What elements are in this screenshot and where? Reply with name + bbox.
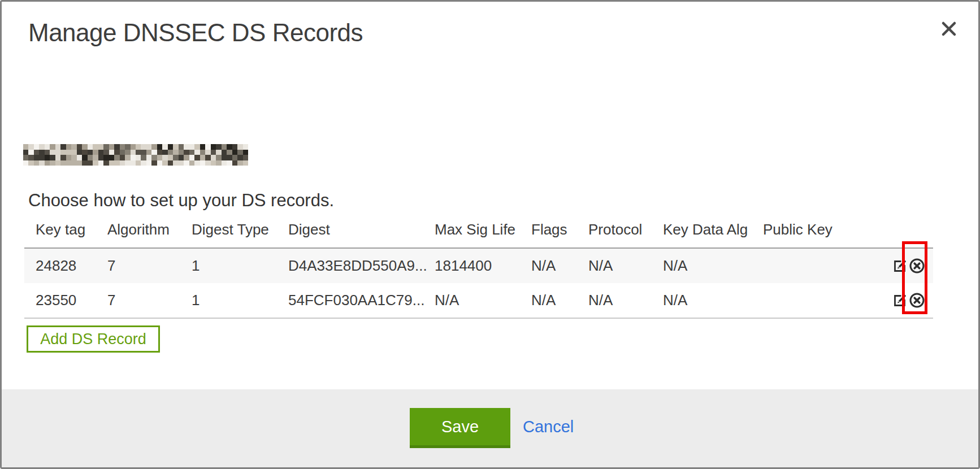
cell-digest-type: 1	[192, 248, 288, 283]
col-header-key-tag: Key tag	[24, 212, 107, 248]
instruction-text: Choose how to set up your DS records.	[28, 190, 334, 211]
cell-flags: N/A	[531, 248, 588, 283]
edit-icon	[892, 258, 908, 273]
delete-icon	[909, 292, 925, 309]
col-header-algorithm: Algorithm	[107, 212, 192, 248]
col-header-actions	[848, 212, 933, 248]
cell-flags: N/A	[531, 283, 588, 318]
close-icon	[940, 20, 957, 37]
cell-max-sig-life: 1814400	[435, 248, 531, 283]
col-header-digest: Digest	[288, 212, 435, 248]
col-header-flags: Flags	[531, 212, 588, 248]
domain-redacted	[23, 144, 248, 166]
cell-algorithm: 7	[107, 283, 192, 318]
edit-record-button[interactable]	[892, 293, 908, 308]
edit-icon	[892, 293, 908, 308]
cancel-link[interactable]: Cancel	[523, 418, 574, 436]
cell-actions	[848, 283, 933, 318]
cell-key-data-alg: N/A	[663, 248, 763, 283]
save-button[interactable]: Save	[410, 408, 510, 448]
table-row: 23550 7 1 54FCF030AA1C79... N/A N/A N/A …	[24, 283, 933, 318]
col-header-protocol: Protocol	[588, 212, 663, 248]
delete-icon	[909, 258, 925, 274]
close-button[interactable]	[938, 18, 960, 40]
cell-key-tag: 23550	[24, 283, 107, 318]
table-row: 24828 7 1 D4A33E8DD550A9... 1814400 N/A …	[24, 248, 933, 283]
add-ds-record-button[interactable]: Add DS Record	[27, 325, 160, 353]
cell-algorithm: 7	[107, 248, 192, 283]
cell-actions	[848, 248, 933, 283]
cell-public-key	[763, 283, 848, 318]
cell-key-tag: 24828	[24, 248, 107, 283]
ds-records-table: Key tag Algorithm Digest Type Digest Max…	[24, 212, 933, 319]
table-header-row: Key tag Algorithm Digest Type Digest Max…	[24, 212, 933, 248]
col-header-public-key: Public Key	[763, 212, 848, 248]
cell-max-sig-life: N/A	[435, 283, 531, 318]
delete-record-button[interactable]	[909, 258, 925, 274]
cell-protocol: N/A	[588, 248, 663, 283]
delete-record-button[interactable]	[909, 292, 925, 309]
cell-digest: 54FCF030AA1C79...	[288, 283, 435, 318]
cell-public-key	[763, 248, 848, 283]
col-header-key-data-alg: Key Data Alg	[663, 212, 763, 248]
cell-protocol: N/A	[588, 283, 663, 318]
cell-digest-type: 1	[192, 283, 288, 318]
manage-dnssec-modal: Manage DNSSEC DS Records Choose how to s…	[0, 0, 980, 469]
col-header-digest-type: Digest Type	[192, 212, 288, 248]
col-header-max-sig-life: Max Sig Life	[435, 212, 531, 248]
modal-footer: Save Cancel	[2, 389, 978, 467]
page-title: Manage DNSSEC DS Records	[28, 19, 363, 47]
cell-key-data-alg: N/A	[663, 283, 763, 318]
edit-record-button[interactable]	[892, 258, 908, 273]
cell-digest: D4A33E8DD550A9...	[288, 248, 435, 283]
